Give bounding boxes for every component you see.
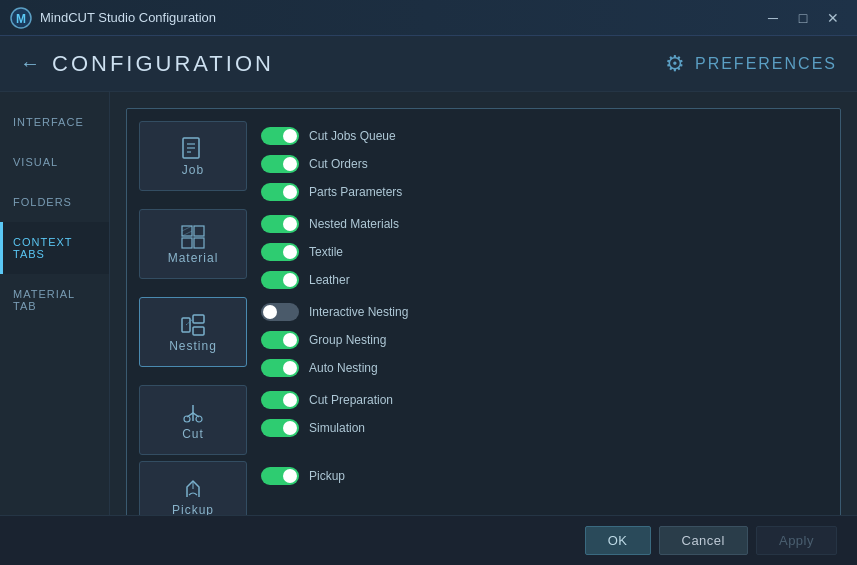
cut-jobs-queue-label: Cut Jobs Queue bbox=[309, 129, 396, 143]
simulation-label: Simulation bbox=[309, 421, 365, 435]
window-controls: ─ □ ✕ bbox=[759, 7, 847, 29]
content-area: Job Cut Jobs Queue Cut Orders Parts Para… bbox=[110, 92, 857, 515]
job-section: Job Cut Jobs Queue Cut Orders Parts Para… bbox=[139, 121, 828, 203]
svg-rect-14 bbox=[193, 327, 204, 335]
job-tab-card[interactable]: Job bbox=[139, 121, 247, 191]
cut-preparation-label: Cut Preparation bbox=[309, 393, 393, 407]
nested-materials-row: Nested Materials bbox=[261, 213, 399, 235]
interactive-nesting-label: Interactive Nesting bbox=[309, 305, 408, 319]
nesting-tab-card[interactable]: Nesting bbox=[139, 297, 247, 367]
material-options: Nested Materials Textile Leather bbox=[261, 209, 399, 291]
bottom-bar: OK Cancel Apply bbox=[0, 515, 857, 565]
nesting-section: Nesting Interactive Nesting Group Nestin… bbox=[139, 297, 828, 379]
ok-button[interactable]: OK bbox=[585, 526, 651, 555]
svg-text:M: M bbox=[16, 12, 26, 26]
back-button[interactable]: ← bbox=[20, 52, 40, 75]
sidebar-item-context-tabs[interactable]: CONTEXT TABS bbox=[0, 222, 109, 274]
material-tab-label: Material bbox=[168, 251, 219, 265]
title-bar: M MindCUT Studio Configuration ─ □ ✕ bbox=[0, 0, 857, 36]
auto-nesting-label: Auto Nesting bbox=[309, 361, 378, 375]
leather-label: Leather bbox=[309, 273, 350, 287]
parts-parameters-row: Parts Parameters bbox=[261, 181, 402, 203]
svg-rect-7 bbox=[194, 226, 204, 236]
pickup-toggle[interactable] bbox=[261, 467, 299, 485]
pickup-tab-label: Pickup bbox=[172, 503, 214, 515]
job-icon bbox=[179, 135, 207, 163]
pickup-section: Pickup Pickup bbox=[139, 461, 828, 515]
main-layout: INTERFACE VISUAL FOLDERS CONTEXT TABS MA… bbox=[0, 92, 857, 515]
simulation-row: Simulation bbox=[261, 417, 393, 439]
job-tab-label: Job bbox=[182, 163, 204, 177]
svg-rect-9 bbox=[194, 238, 204, 248]
app-logo: M bbox=[10, 7, 32, 29]
page-title: CONFIGURATION bbox=[52, 51, 274, 77]
svg-line-11 bbox=[182, 231, 192, 236]
cut-jobs-queue-toggle[interactable] bbox=[261, 127, 299, 145]
textile-label: Textile bbox=[309, 245, 343, 259]
parts-parameters-toggle[interactable] bbox=[261, 183, 299, 201]
close-button[interactable]: ✕ bbox=[819, 7, 847, 29]
header: ← CONFIGURATION ⚙ PREFERENCES bbox=[0, 36, 857, 92]
cut-tab-card[interactable]: Cut bbox=[139, 385, 247, 455]
cut-preparation-row: Cut Preparation bbox=[261, 389, 393, 411]
group-nesting-toggle[interactable] bbox=[261, 331, 299, 349]
leather-toggle[interactable] bbox=[261, 271, 299, 289]
material-tab-card[interactable]: Material bbox=[139, 209, 247, 279]
cut-options: Cut Preparation Simulation bbox=[261, 385, 393, 439]
window-title: MindCUT Studio Configuration bbox=[40, 10, 759, 25]
cancel-button[interactable]: Cancel bbox=[659, 526, 748, 555]
cut-tab-label: Cut bbox=[182, 427, 204, 441]
gear-icon: ⚙ bbox=[665, 51, 687, 77]
leather-row: Leather bbox=[261, 269, 399, 291]
textile-row: Textile bbox=[261, 241, 399, 263]
auto-nesting-row: Auto Nesting bbox=[261, 357, 408, 379]
pickup-options: Pickup bbox=[261, 461, 345, 487]
group-nesting-label: Group Nesting bbox=[309, 333, 386, 347]
interactive-nesting-row: Interactive Nesting bbox=[261, 301, 408, 323]
cut-orders-row: Cut Orders bbox=[261, 153, 402, 175]
group-nesting-row: Group Nesting bbox=[261, 329, 408, 351]
cut-section: Cut Cut Preparation Simulation bbox=[139, 385, 828, 455]
svg-rect-13 bbox=[193, 315, 204, 323]
maximize-button[interactable]: □ bbox=[789, 7, 817, 29]
minimize-button[interactable]: ─ bbox=[759, 7, 787, 29]
pickup-tab-card[interactable]: Pickup bbox=[139, 461, 247, 515]
nesting-tab-label: Nesting bbox=[169, 339, 217, 353]
sidebar-item-folders[interactable]: FOLDERS bbox=[0, 182, 109, 222]
cut-orders-label: Cut Orders bbox=[309, 157, 368, 171]
sidebar: INTERFACE VISUAL FOLDERS CONTEXT TABS MA… bbox=[0, 92, 110, 515]
material-section: Material Nested Materials Textile Leathe… bbox=[139, 209, 828, 291]
pickup-row: Pickup bbox=[261, 465, 345, 487]
sidebar-item-material-tab[interactable]: MATERIAL TAB bbox=[0, 274, 109, 326]
apply-button[interactable]: Apply bbox=[756, 526, 837, 555]
cut-jobs-queue-row: Cut Jobs Queue bbox=[261, 125, 402, 147]
nesting-options: Interactive Nesting Group Nesting Auto N… bbox=[261, 297, 408, 379]
pickup-icon bbox=[179, 475, 207, 503]
sidebar-item-visual[interactable]: VISUAL bbox=[0, 142, 109, 182]
interactive-nesting-toggle[interactable] bbox=[261, 303, 299, 321]
pickup-label: Pickup bbox=[309, 469, 345, 483]
material-icon bbox=[179, 223, 207, 251]
cut-icon bbox=[179, 399, 207, 427]
simulation-toggle[interactable] bbox=[261, 419, 299, 437]
preferences-button[interactable]: ⚙ PREFERENCES bbox=[665, 51, 837, 77]
cut-orders-toggle[interactable] bbox=[261, 155, 299, 173]
auto-nesting-toggle[interactable] bbox=[261, 359, 299, 377]
sidebar-item-interface[interactable]: INTERFACE bbox=[0, 102, 109, 142]
svg-line-10 bbox=[182, 226, 192, 231]
nested-materials-label: Nested Materials bbox=[309, 217, 399, 231]
job-options: Cut Jobs Queue Cut Orders Parts Paramete… bbox=[261, 121, 402, 203]
svg-rect-6 bbox=[182, 226, 192, 236]
textile-toggle[interactable] bbox=[261, 243, 299, 261]
svg-rect-8 bbox=[182, 238, 192, 248]
nesting-icon bbox=[179, 311, 207, 339]
settings-panel: Job Cut Jobs Queue Cut Orders Parts Para… bbox=[126, 108, 841, 515]
preferences-label: PREFERENCES bbox=[695, 55, 837, 73]
parts-parameters-label: Parts Parameters bbox=[309, 185, 402, 199]
nested-materials-toggle[interactable] bbox=[261, 215, 299, 233]
cut-preparation-toggle[interactable] bbox=[261, 391, 299, 409]
